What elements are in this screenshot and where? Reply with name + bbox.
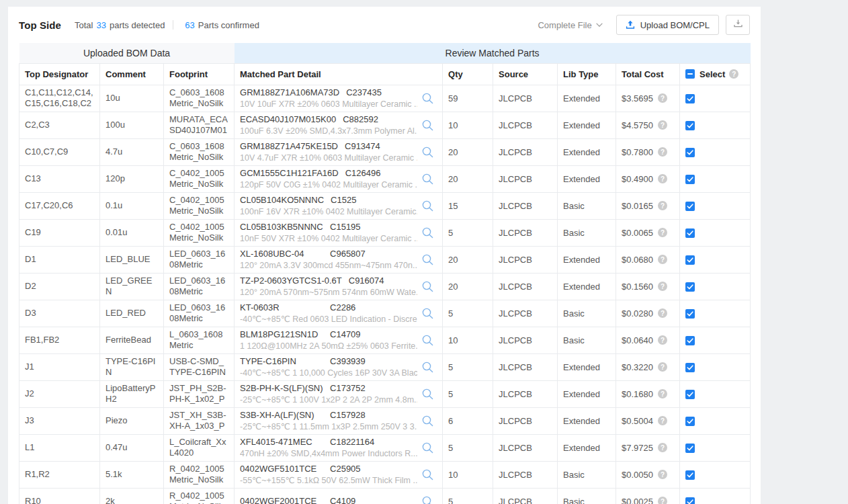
confirmed-label: Parts confirmed xyxy=(198,20,259,30)
search-icon[interactable] xyxy=(421,307,434,320)
search-icon[interactable] xyxy=(421,468,434,481)
total-cost-cell: $0.0640 ? xyxy=(616,327,680,353)
cost-help-icon[interactable]: ? xyxy=(658,282,667,291)
comment-cell: 0.47u xyxy=(100,434,164,461)
designator-cell: C2,C3 xyxy=(19,112,100,138)
search-icon[interactable] xyxy=(421,226,434,239)
search-icon[interactable] xyxy=(421,415,434,427)
table-row: C13 120p C_0402_1005Metric_NoSilk GCM155… xyxy=(19,165,751,192)
row-select-checkbox[interactable] xyxy=(685,336,695,345)
row-select-checkbox[interactable] xyxy=(685,175,695,184)
search-icon[interactable] xyxy=(421,173,434,185)
matched-part-cell: BLM18PG121SN1DC14709 1 120Ω@100MHz 2A 50… xyxy=(235,327,443,353)
lib-type-cell: Extended xyxy=(558,165,616,192)
cost-help-icon[interactable]: ? xyxy=(658,470,667,479)
row-select-checkbox[interactable] xyxy=(685,363,695,372)
search-icon[interactable] xyxy=(421,146,434,159)
row-select-checkbox[interactable] xyxy=(685,202,695,211)
cost-help-icon[interactable]: ? xyxy=(658,443,667,452)
col-select: Select ? xyxy=(680,63,751,85)
select-cell xyxy=(680,434,751,461)
search-icon[interactable] xyxy=(421,280,434,293)
row-select-checkbox[interactable] xyxy=(685,309,695,319)
table-row: J3 Piezo JST_XH_S3B-XH-A_1x03_P2.50... S… xyxy=(19,407,751,434)
cost-help-icon[interactable]: ? xyxy=(658,174,667,183)
search-icon[interactable] xyxy=(421,119,434,132)
row-select-checkbox[interactable] xyxy=(685,282,695,292)
search-icon[interactable] xyxy=(421,334,434,347)
search-icon[interactable] xyxy=(421,253,434,266)
cost-help-icon[interactable]: ? xyxy=(658,416,667,425)
search-icon[interactable] xyxy=(421,361,434,374)
cost-help-icon[interactable]: ? xyxy=(658,308,667,318)
table-row: J1 TYPE-C16PIN USB-C-SMD_TYPE-C16PIN TYP… xyxy=(19,353,751,380)
total-cost-cell: $0.7800 ? xyxy=(616,138,680,165)
row-select-checkbox[interactable] xyxy=(685,148,695,157)
matched-part-cell: CL05B104KO5NNNCC1525 100nF 16V X7R ±10% … xyxy=(235,192,443,219)
lib-type-cell: Basic xyxy=(558,219,616,246)
cost-help-icon[interactable]: ? xyxy=(658,93,667,103)
search-icon[interactable] xyxy=(421,92,434,105)
footprint-cell: R_0402_1005Metric_NoSilk xyxy=(164,461,235,488)
source-cell: JLCPCB xyxy=(493,219,558,246)
select-all-checkbox[interactable] xyxy=(685,69,695,79)
row-select-checkbox[interactable] xyxy=(685,94,695,103)
cost-help-icon[interactable]: ? xyxy=(658,362,667,372)
designator-cell: J3 xyxy=(19,407,100,434)
qty-cell: 10 xyxy=(443,461,493,488)
complete-file-dropdown[interactable]: Complete File xyxy=(538,20,602,30)
cost-help-icon[interactable]: ? xyxy=(658,255,667,264)
lib-type-cell: Extended xyxy=(558,85,616,112)
cost-help-icon[interactable]: ? xyxy=(658,497,667,504)
matched-part-cell: GCM1555C1H121FA16DC126496 120pF 50V C0G … xyxy=(235,165,443,192)
select-cell xyxy=(680,138,751,165)
cost-help-icon[interactable]: ? xyxy=(658,120,667,130)
part-code: C2286 xyxy=(330,302,355,312)
source-cell: JLCPCB xyxy=(493,192,558,219)
select-help-icon[interactable]: ? xyxy=(729,69,738,79)
row-select-checkbox[interactable] xyxy=(685,255,695,265)
upload-bom-cpl-button[interactable]: Upload BOM/CPL xyxy=(616,15,719,35)
matched-part-cell: XFL4015-471MECC18221164 470nH ±20% SMD,4… xyxy=(235,434,443,461)
row-select-checkbox[interactable] xyxy=(685,444,695,453)
row-select-checkbox[interactable] xyxy=(685,390,695,399)
total-cost-value: $0.0065 xyxy=(622,228,653,238)
cost-help-icon[interactable]: ? xyxy=(658,228,667,237)
lib-type-cell: Basic xyxy=(558,300,616,327)
col-top-designator: Top Designator xyxy=(19,63,100,85)
cost-help-icon[interactable]: ? xyxy=(658,201,667,210)
row-select-checkbox[interactable] xyxy=(685,417,695,426)
detected-label: parts detected xyxy=(110,20,165,30)
part-number: BLM18PG121SN1D xyxy=(240,329,330,340)
page-title: Top Side xyxy=(19,19,61,31)
row-select-checkbox[interactable] xyxy=(685,497,695,504)
download-button[interactable] xyxy=(726,15,750,35)
search-icon[interactable] xyxy=(421,200,434,212)
group-header-row: Uploaded BOM Data Review Matched Parts xyxy=(19,43,751,63)
comment-cell: LED_BLUE xyxy=(100,246,164,273)
qty-cell: 5 xyxy=(443,488,493,504)
source-cell: JLCPCB xyxy=(493,353,558,380)
row-select-checkbox[interactable] xyxy=(685,121,695,130)
qty-cell: 5 xyxy=(443,353,493,380)
search-icon[interactable] xyxy=(421,495,434,504)
designator-cell: J2 xyxy=(19,380,100,407)
designator-cell: D1 xyxy=(19,246,100,273)
qty-cell: 5 xyxy=(443,380,493,407)
footprint-cell: LED_0603_1608Metric xyxy=(164,273,235,300)
uploaded-bom-group-header: Uploaded BOM Data xyxy=(19,43,235,63)
search-icon[interactable] xyxy=(421,442,434,454)
review-matched-group-header: Review Matched Parts xyxy=(235,43,751,63)
part-number: KT-0603R xyxy=(240,302,330,313)
part-code: C173752 xyxy=(330,383,366,393)
table-body: C1,C11,C12,C14,C15,C16,C18,C21,... 10u C… xyxy=(19,85,751,504)
row-select-checkbox[interactable] xyxy=(685,228,695,238)
cost-help-icon[interactable]: ? xyxy=(658,389,667,398)
cost-help-icon[interactable]: ? xyxy=(658,335,667,345)
comment-cell: LED_GREEN xyxy=(100,273,164,300)
footprint-cell: C_0402_1005Metric_NoSilk xyxy=(164,219,235,246)
search-icon[interactable] xyxy=(421,388,434,401)
row-select-checkbox[interactable] xyxy=(685,470,695,480)
col-footprint: Footprint xyxy=(164,63,235,85)
cost-help-icon[interactable]: ? xyxy=(658,147,667,157)
